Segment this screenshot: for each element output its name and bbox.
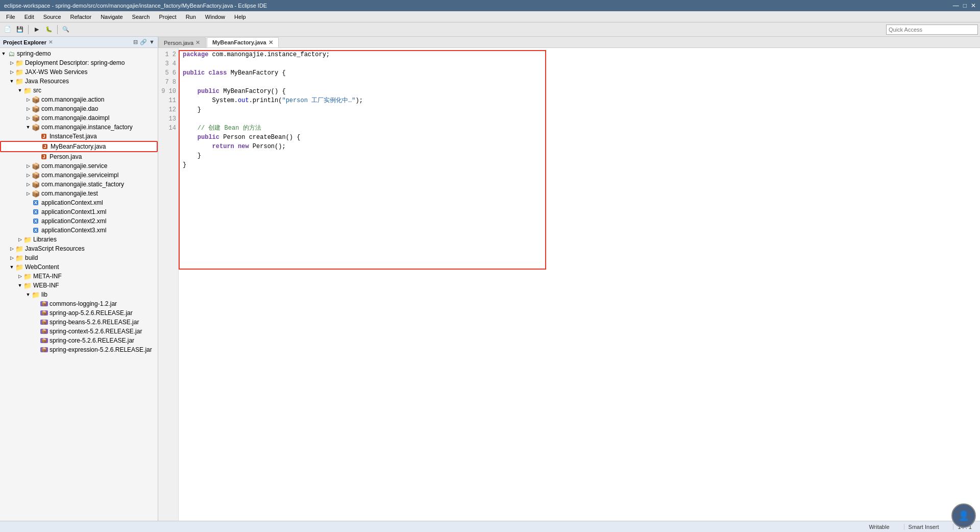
menu-item-refactor[interactable]: Refactor [66,13,96,21]
tree-item-19[interactable]: XapplicationContext3.xml [0,226,158,235]
tree-item-24[interactable]: ▷📁META-INF [0,272,158,281]
tree-arrow [33,153,40,160]
tree-item-23[interactable]: ▼📁WebContent [0,262,158,272]
tree-label: MyBeanFactory.java [51,143,106,150]
tree-icon-package: 📦 [32,95,40,104]
tree-label: spring-beans-5.2.6.RELEASE.jar [50,319,139,326]
tree-icon-jar: 📦 [40,309,48,317]
titlebar-text: eclipse-workspace - spring-demo/src/com/… [4,3,267,9]
tree-item-13[interactable]: ▷📦com.manongajie.serviceimpl [0,171,158,180]
tree-item-31[interactable]: 📦spring-core-5.2.6.RELEASE.jar [0,336,158,345]
tree-arrow: ▷ [24,105,32,112]
link-with-editor-icon[interactable]: 🔗 [140,39,147,45]
tree-label: Person.java [50,153,82,160]
tree-item-4[interactable]: ▼📁src [0,86,158,95]
maximize-button[interactable]: □ [963,2,967,9]
tree-icon-package: 📦 [32,189,40,198]
tree-label: spring-core-5.2.6.RELEASE.jar [50,337,134,344]
tree-arrow [33,133,40,140]
tree-item-8[interactable]: ▼📦com.manongajie.instance_factory [0,123,158,132]
tab-1[interactable]: MyBeanFactory.java✕ [207,37,279,47]
quick-access-input[interactable] [886,25,978,35]
tree-icon-folder: 📁 [15,59,23,67]
new-file-button[interactable]: 📄 [2,24,13,35]
tree-icon-folder: 📁 [15,245,23,253]
close-button[interactable]: ✕ [971,2,976,9]
menu-item-project[interactable]: Project [155,13,180,21]
tree-icon-package: 📦 [32,162,40,170]
tree-arrow: ▷ [24,162,32,170]
tree-item-2[interactable]: ▷📁JAX-WS Web Services [0,67,158,77]
tree-item-17[interactable]: XapplicationContext1.xml [0,207,158,216]
tree-label: JAX-WS Web Services [25,68,87,76]
tree-item-3[interactable]: ▼📁Java Resources [0,77,158,86]
line-numbers: 1 2 3 4 5 6 7 8 9 10 11 12 13 14 [158,48,179,521]
menu-item-search[interactable]: Search [128,13,154,21]
tab-close-0[interactable]: ✕ [195,39,200,46]
tree-item-20[interactable]: ▷📁Libraries [0,235,158,244]
tree-label: applicationContext1.xml [41,208,106,215]
tree-label: src [33,87,41,94]
tabs-bar: Person.java✕MyBeanFactory.java✕ [158,37,980,48]
tree-item-6[interactable]: ▷📦com.manongajie.dao [0,104,158,113]
tree-icon-package: 📦 [32,171,40,179]
menu-item-run[interactable]: Run [182,13,200,21]
tree-item-32[interactable]: 📦spring-expression-5.2.6.RELEASE.jar [0,345,158,354]
tree-item-9[interactable]: JInstanceTest.java [0,132,158,141]
save-button[interactable]: 💾 [14,24,26,35]
tree-label: WEB-INF [33,282,59,289]
tree-item-26[interactable]: ▼📁lib [0,290,158,299]
tree-item-1[interactable]: ▷📁Deployment Descriptor: spring-demo [0,58,158,67]
tree-arrow: ▷ [8,68,15,76]
user-avatar[interactable]: 👤 [951,503,976,528]
code-content[interactable]: package com.manongajie.instance_factory;… [179,48,980,521]
menu-item-file[interactable]: File [2,13,19,21]
tree-item-25[interactable]: ▼📁WEB-INF [0,281,158,290]
collapse-all-icon[interactable]: ⊟ [133,39,138,45]
tree-item-12[interactable]: ▷📦com.manongajie.service [0,161,158,171]
tree-item-28[interactable]: 📦spring-aop-5.2.6.RELEASE.jar [0,308,158,318]
debug-button[interactable]: 🐛 [43,24,55,35]
search-button[interactable]: 🔍 [60,24,71,35]
view-menu-icon[interactable]: ▼ [149,39,155,45]
tree-icon-jar: 📦 [40,336,48,345]
tree-item-5[interactable]: ▷📦com.manongajie.action [0,95,158,104]
run-button[interactable]: ▶ [31,24,42,35]
tree-item-7[interactable]: ▷📦com.manongajie.daoimpl [0,113,158,123]
tree-item-22[interactable]: ▷📁build [0,253,158,262]
tree-icon-jar: 📦 [40,318,48,326]
tree-item-27[interactable]: 📦commons-logging-1.2.jar [0,299,158,308]
tree-icon-folder: 📁 [23,272,32,280]
menu-item-source[interactable]: Source [39,13,65,21]
minimize-button[interactable]: — [953,2,959,9]
tree-item-29[interactable]: 📦spring-beans-5.2.6.RELEASE.jar [0,318,158,327]
tree-item-21[interactable]: ▷📁JavaScript Resources [0,244,158,253]
tree-label: com.manongajie.instance_factory [41,124,133,131]
tree-item-14[interactable]: ▷📦com.manongajie.static_factory [0,180,158,189]
explorer-title: Project Explorer ✕ [3,39,53,45]
tree-arrow [33,337,40,344]
menu-item-edit[interactable]: Edit [20,13,38,21]
menu-item-window[interactable]: Window [201,13,229,21]
tab-0[interactable]: Person.java✕ [158,37,206,47]
tree-item-10[interactable]: JMyBeanFactory.java [0,141,158,152]
tree-label: com.manongajie.test [41,190,98,197]
tree-label: spring-context-5.2.6.RELEASE.jar [50,328,142,335]
tree-item-16[interactable]: XapplicationContext.xml [0,198,158,207]
tree-item-0[interactable]: ▼🗂spring-demo [0,49,158,58]
left-panel: Project Explorer ✕ ⊟ 🔗 ▼ ▼🗂spring-demo▷📁… [0,37,158,521]
tree-arrow [24,199,32,206]
tree-arrow: ▼ [16,282,23,289]
tree-icon-folder: 📁 [15,263,23,271]
tree-arrow: ▷ [8,59,15,66]
tree-arrow [34,143,41,150]
tree-icon-xml: X [32,199,40,207]
tree-item-11[interactable]: JPerson.java [0,152,158,161]
tab-close-1[interactable]: ✕ [268,39,273,46]
tree-item-30[interactable]: 📦spring-context-5.2.6.RELEASE.jar [0,327,158,336]
tree-item-18[interactable]: XapplicationContext2.xml [0,216,158,226]
menu-item-help[interactable]: Help [230,13,250,21]
tree-label: Deployment Descriptor: spring-demo [25,59,125,66]
menu-item-navigate[interactable]: Navigate [96,13,127,21]
tree-item-15[interactable]: ▷📦com.manongajie.test [0,189,158,198]
